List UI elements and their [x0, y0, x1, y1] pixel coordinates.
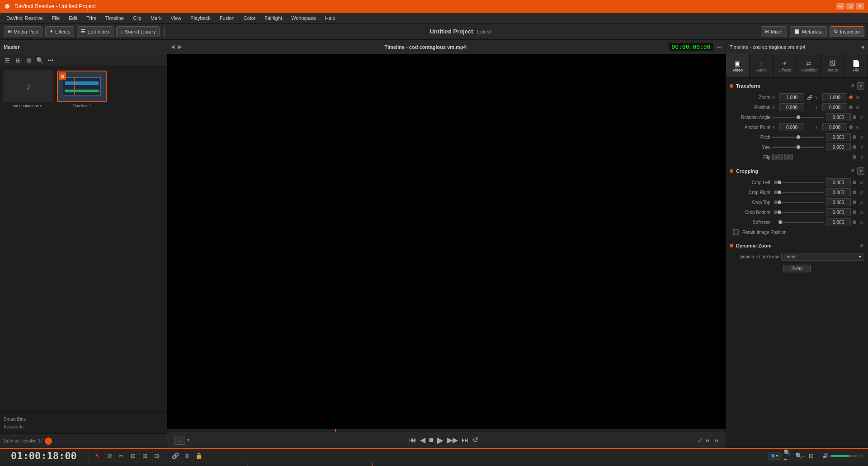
stop-btn[interactable]: ■: [429, 435, 434, 445]
timeline-tool-select[interactable]: ↖: [94, 452, 103, 461]
view-grid-icon[interactable]: ⊞: [14, 56, 23, 65]
crop-left-kf-dot[interactable]: [853, 181, 856, 184]
transform-collapse[interactable]: ▾: [857, 82, 864, 90]
position-reset[interactable]: ↺: [854, 104, 861, 110]
tab-file[interactable]: 📄 File: [844, 54, 868, 77]
menu-edit[interactable]: Edit: [64, 13, 82, 24]
timeline-ruler[interactable]: 01:00:00:00 01:00:16:00 01:00:32:00 01:0…: [248, 463, 868, 466]
volume-slider[interactable]: [830, 455, 858, 457]
crop-left-reset[interactable]: ↺: [858, 179, 864, 185]
crop-top-slider[interactable]: [779, 202, 824, 203]
rotation-keyframe-dot[interactable]: [853, 115, 856, 119]
crop-right-value[interactable]: 0.000: [826, 188, 851, 196]
view-mode-btn[interactable]: □: [175, 436, 185, 445]
skip-prev-icon[interactable]: ⏮: [409, 436, 416, 444]
anchor-x-value[interactable]: 0.000: [779, 123, 804, 131]
more-icon[interactable]: •••: [46, 56, 55, 65]
crop-top-value[interactable]: 0.000: [826, 198, 851, 206]
yaw-slider[interactable]: [772, 147, 824, 148]
pitch-slider[interactable]: [772, 137, 824, 138]
crop-right-reset[interactable]: ↺: [858, 189, 864, 195]
effects-btn[interactable]: ✦ Effects: [45, 26, 74, 37]
timeline-lock-btn[interactable]: 🔒: [194, 452, 203, 461]
editindex-btn[interactable]: ☰ Edit Index: [77, 26, 113, 37]
softness-kf-dot[interactable]: [853, 220, 856, 224]
mixer-btn[interactable]: ⊞ Mixer: [761, 26, 787, 37]
nav-prev-icon[interactable]: ◀: [171, 44, 175, 50]
zoom-fit-icon[interactable]: ⊟: [807, 452, 816, 461]
dynamic-zoom-reset[interactable]: ↺: [858, 243, 864, 249]
zoom-y-value[interactable]: 1.000: [822, 93, 847, 101]
crop-right-kf-dot[interactable]: [853, 190, 856, 194]
zoom-out-icon[interactable]: 🔍-: [795, 452, 804, 461]
tab-image[interactable]: 🖼 Image: [821, 54, 844, 77]
yaw-value[interactable]: 0.000: [826, 143, 851, 151]
timeline-tool-razor[interactable]: ✂: [117, 452, 126, 461]
overflow-icon[interactable]: •••: [717, 44, 722, 50]
menu-trim[interactable]: Trim: [82, 13, 101, 24]
volume-icon[interactable]: 🔊: [822, 453, 829, 459]
tab-effects[interactable]: ✦ Effects: [774, 54, 797, 77]
mediapool-btn[interactable]: ⊞ Media Pool: [4, 26, 42, 37]
softness-slider[interactable]: [780, 222, 824, 223]
tab-transition[interactable]: ⇄ Transition: [797, 54, 821, 77]
nav-next-icon[interactable]: ▶: [178, 44, 182, 50]
step-back-icon[interactable]: ◀: [420, 436, 425, 444]
swap-btn[interactable]: Swap: [783, 265, 810, 272]
step-forward-icon[interactable]: ▶▶: [447, 436, 458, 444]
menu-color[interactable]: Color: [239, 13, 260, 24]
timeline-tool-ripple[interactable]: ⊡: [152, 452, 161, 461]
minimize-btn[interactable]: —: [836, 3, 844, 10]
maximize-btn[interactable]: □: [846, 3, 854, 10]
cropping-collapse[interactable]: ▾: [857, 167, 864, 175]
crop-left-slider[interactable]: [779, 182, 824, 183]
zoom-link-icon[interactable]: 🔗: [806, 94, 813, 101]
timeline-link-btn[interactable]: 🔗: [171, 452, 180, 461]
rotation-reset[interactable]: ↺: [858, 114, 864, 120]
media-item-audio[interactable]: ♪ cod contagious v...: [4, 71, 53, 108]
close-btn[interactable]: ✕: [856, 3, 864, 10]
view-list-icon[interactable]: ☰: [3, 56, 12, 65]
position-x-value[interactable]: 0.000: [779, 103, 804, 111]
zoom-ease-dropdown[interactable]: Linear ▾: [781, 253, 864, 261]
menu-file[interactable]: File: [47, 13, 65, 24]
crop-bottom-slider[interactable]: [779, 212, 824, 213]
flip-keyframe-dot[interactable]: [853, 155, 856, 159]
zoom-keyframe-dot[interactable]: [849, 95, 853, 99]
track-type-selector[interactable]: ▣ ▾: [768, 452, 781, 460]
zoom-in-icon[interactable]: 🔍+: [783, 452, 793, 461]
crop-left-dot[interactable]: [774, 181, 778, 184]
play-btn[interactable]: ▶: [437, 435, 443, 445]
anchor-keyframe-dot[interactable]: [849, 125, 853, 129]
softness-value[interactable]: 0.000: [826, 218, 851, 226]
zoom-reset[interactable]: ↺: [854, 94, 861, 100]
menu-playback[interactable]: Playback: [186, 13, 215, 24]
anchor-y-value[interactable]: 0.000: [822, 123, 847, 131]
loop-btn[interactable]: ↺: [472, 436, 478, 444]
softness-reset[interactable]: ↺: [858, 219, 864, 225]
view-detail-icon[interactable]: ▤: [24, 56, 33, 65]
flip-v-btn[interactable]: ↕: [784, 154, 793, 160]
cropping-reset[interactable]: ↺: [849, 167, 855, 174]
crop-right-slider[interactable]: [779, 192, 824, 193]
media-item-timeline[interactable]: ▤ Timeline 1: [57, 71, 107, 108]
search-icon[interactable]: 🔍: [35, 56, 44, 65]
dynamic-zoom-header[interactable]: Dynamic Zoom ↺: [726, 241, 868, 251]
menu-mark[interactable]: Mark: [146, 13, 166, 24]
crop-bottom-reset[interactable]: ↺: [858, 209, 864, 215]
menu-clip[interactable]: Clip: [128, 13, 146, 24]
preview-scrubbar[interactable]: [167, 429, 726, 432]
position-keyframe-dot[interactable]: [849, 105, 853, 109]
menu-view[interactable]: View: [166, 13, 186, 24]
rotation-value[interactable]: 0.000: [826, 113, 851, 121]
fullscreen-icon[interactable]: ⤢: [698, 437, 703, 444]
flip-reset[interactable]: ↺: [858, 154, 864, 160]
cropping-header[interactable]: Cropping ↺ ▾: [726, 166, 868, 176]
crop-bottom-value[interactable]: 0.000: [826, 208, 851, 216]
tab-video[interactable]: ▣ Video: [726, 54, 750, 77]
metadata-btn[interactable]: 📋 Metadata: [790, 26, 827, 37]
menu-davinci[interactable]: DaVinci Resolve: [2, 13, 47, 24]
next-clip-icon[interactable]: ⏭: [706, 437, 711, 443]
menu-help[interactable]: Help: [321, 13, 340, 24]
menu-fusion[interactable]: Fusion: [215, 13, 239, 24]
